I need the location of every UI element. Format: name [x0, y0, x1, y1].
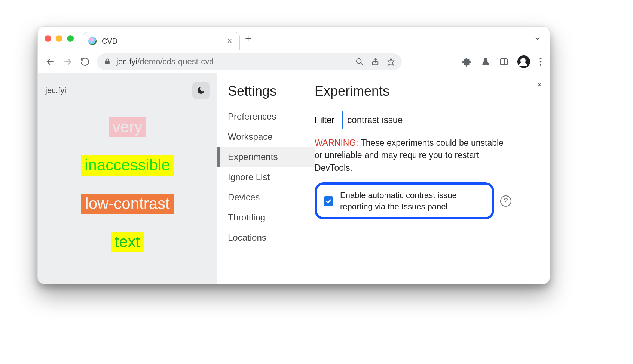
site-title: jec.fyi: [45, 86, 66, 95]
close-tab-button[interactable]: ×: [227, 36, 232, 46]
close-settings-button[interactable]: ×: [537, 80, 542, 90]
tab-title: CVD: [102, 37, 117, 46]
menu-kebab-icon[interactable]: [539, 57, 542, 67]
reload-button[interactable]: [80, 56, 90, 67]
svg-point-9: [540, 57, 542, 59]
browser-window: CVD × + jec.fyi/demo/cds-quest-cvd: [37, 26, 550, 284]
bookmark-star-icon[interactable]: [387, 58, 395, 66]
filter-row: Filter: [315, 111, 538, 129]
experiment-label: Enable automatic contrast issue reportin…: [340, 190, 485, 212]
menu-item-ignore-list[interactable]: Ignore List: [217, 167, 315, 187]
address-bar[interactable]: jec.fyi/demo/cds-quest-cvd: [97, 53, 402, 70]
menu-item-experiments[interactable]: Experiments: [217, 147, 315, 167]
settings-menu: Preferences Workspace Experiments Ignore…: [217, 107, 315, 248]
labs-flask-icon[interactable]: [481, 57, 490, 67]
omnibox-actions: [355, 58, 395, 66]
svg-line-4: [361, 62, 363, 65]
url-path: /demo/cds-quest-cvd: [137, 57, 214, 66]
window-controls: [45, 35, 74, 42]
url-text: jec.fyi/demo/cds-quest-cvd: [116, 57, 214, 67]
zoom-icon[interactable]: [355, 58, 364, 66]
svg-point-3: [357, 58, 361, 63]
help-icon[interactable]: ?: [500, 195, 511, 207]
experiment-row: Enable automatic contrast issue reportin…: [315, 182, 538, 219]
settings-main: Experiments Filter WARNING: These experi…: [315, 73, 550, 284]
profile-avatar[interactable]: [517, 55, 530, 68]
back-button[interactable]: [45, 56, 56, 67]
demo-word: very: [109, 117, 146, 137]
maximize-window-button[interactable]: [67, 35, 74, 42]
extensions-icon[interactable]: [462, 57, 472, 67]
panel-title: Experiments: [315, 83, 538, 104]
forward-button[interactable]: [62, 56, 73, 67]
lock-icon: [104, 58, 111, 65]
menu-item-workspace[interactable]: Workspace: [217, 127, 315, 147]
settings-sidebar: Settings Preferences Workspace Experimen…: [217, 73, 315, 284]
side-panel-icon[interactable]: [499, 57, 508, 66]
titlebar: CVD × +: [38, 27, 550, 50]
minimize-window-button[interactable]: [56, 35, 62, 42]
new-tab-button[interactable]: +: [245, 33, 251, 44]
url-host: jec.fyi: [116, 57, 137, 66]
experiment-highlight: Enable automatic contrast issue reportin…: [315, 182, 494, 219]
svg-point-10: [540, 61, 542, 62]
filter-label: Filter: [315, 115, 334, 125]
content-area: jec.fyi very inaccessible low-contrast t…: [38, 73, 550, 284]
svg-rect-2: [105, 61, 110, 64]
webpage-pane: jec.fyi very inaccessible low-contrast t…: [38, 73, 217, 284]
page-header: jec.fyi: [45, 82, 210, 99]
moon-icon: [196, 86, 205, 95]
tabs-dropdown-button[interactable]: [534, 35, 541, 42]
settings-title: Settings: [217, 83, 315, 107]
close-window-button[interactable]: [45, 35, 51, 42]
warning-text: WARNING: These experiments could be unst…: [315, 137, 509, 174]
svg-rect-7: [501, 59, 507, 65]
favicon-icon: [88, 37, 97, 45]
demo-word: inaccessible: [81, 155, 174, 175]
browser-tab[interactable]: CVD ×: [83, 32, 240, 50]
svg-marker-6: [388, 58, 394, 65]
share-icon[interactable]: [371, 58, 379, 66]
menu-item-throttling[interactable]: Throttling: [217, 207, 315, 228]
menu-item-devices[interactable]: Devices: [217, 187, 315, 207]
experiment-checkbox[interactable]: [324, 196, 333, 206]
dark-mode-toggle[interactable]: [192, 82, 210, 99]
filter-input[interactable]: [342, 111, 465, 129]
menu-item-locations[interactable]: Locations: [217, 228, 315, 248]
warning-label: WARNING:: [315, 138, 358, 148]
demo-word: low-contrast: [81, 194, 173, 214]
demo-word: text: [111, 232, 144, 252]
svg-point-11: [540, 64, 542, 66]
devtools-pane: × Settings Preferences Workspace Experim…: [217, 73, 550, 284]
menu-item-preferences[interactable]: Preferences: [217, 107, 315, 127]
toolbar: jec.fyi/demo/cds-quest-cvd: [38, 50, 550, 73]
toolbar-right: [462, 55, 542, 68]
